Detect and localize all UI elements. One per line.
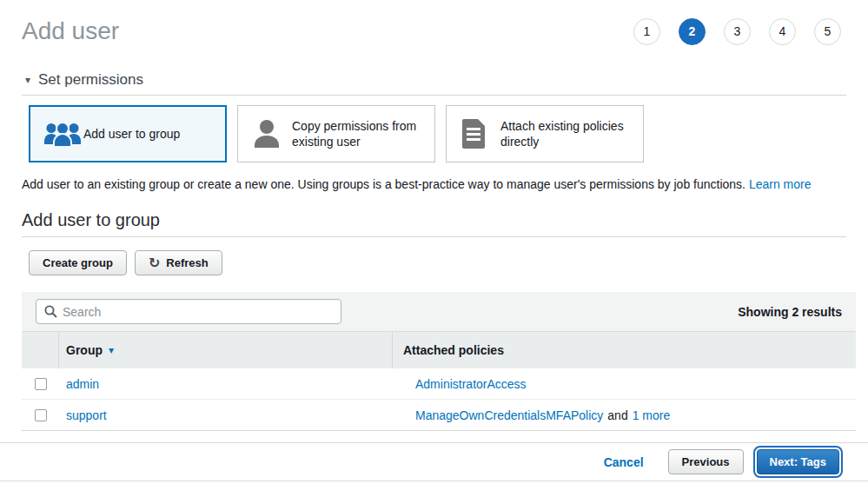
table-header-row: Group ▾ Attached policies	[22, 331, 856, 368]
learn-more-link[interactable]: Learn more	[749, 177, 812, 191]
groups-table: Showing 2 results Group ▾ Attached polic…	[22, 292, 856, 431]
policy-document-icon	[461, 119, 500, 149]
permission-option-cards: Add user to group Copy permissions from …	[29, 105, 846, 162]
step-3: 3	[724, 18, 751, 45]
card-add-user-to-group[interactable]: Add user to group	[29, 105, 227, 162]
more-policies-link[interactable]: 1 more	[633, 408, 671, 422]
policies-column-label: Attached policies	[403, 343, 504, 357]
card-label: Attach existing policies directly	[500, 118, 633, 149]
set-permissions-title: Set permissions	[38, 71, 143, 89]
step-2-active[interactable]: 2	[679, 18, 706, 45]
next-tags-button[interactable]: Next: Tags	[757, 449, 840, 474]
column-header-policies: Attached policies	[393, 332, 856, 368]
table-row: admin AdministratorAccess	[22, 368, 856, 400]
card-copy-permissions[interactable]: Copy permissions from existing user	[237, 105, 435, 162]
user-icon	[252, 119, 292, 149]
results-count: Showing 2 results	[738, 305, 842, 319]
divider	[22, 236, 846, 237]
previous-button[interactable]: Previous	[668, 449, 744, 474]
create-group-button[interactable]: Create group	[29, 250, 127, 275]
refresh-label: Refresh	[166, 256, 208, 269]
step-4: 4	[769, 18, 796, 45]
policies-cell: ManageOwnCredentialsMFAPolicy and 1 more	[393, 400, 856, 430]
table-row: support ManageOwnCredentialsMFAPolicy an…	[22, 400, 856, 431]
row-checkbox[interactable]	[35, 378, 47, 390]
group-cell: admin	[59, 368, 393, 399]
group-column-label: Group	[66, 343, 103, 357]
previous-label: Previous	[682, 455, 730, 468]
card-label: Add user to group	[83, 126, 180, 142]
column-header-group[interactable]: Group ▾	[59, 332, 393, 368]
create-group-label: Create group	[43, 256, 113, 269]
wizard-footer: Cancel Previous Next: Tags	[0, 442, 868, 481]
group-link[interactable]: admin	[66, 377, 99, 391]
row-checkbox[interactable]	[35, 409, 47, 421]
checkbox-cell	[22, 368, 59, 399]
card-label: Copy permissions from existing user	[292, 118, 424, 149]
card-attach-policies[interactable]: Attach existing policies directly	[446, 105, 644, 162]
refresh-icon: ↻	[149, 256, 160, 270]
step-1[interactable]: 1	[633, 18, 660, 45]
checkbox-cell	[22, 400, 59, 430]
search-input[interactable]	[63, 305, 333, 319]
refresh-button[interactable]: ↻ Refresh	[135, 250, 222, 275]
chevron-down-icon: ▾	[25, 75, 30, 85]
cancel-button[interactable]: Cancel	[604, 455, 644, 469]
group-section-title: Add user to group	[22, 210, 846, 230]
description-text: Add user to an existing group or create …	[22, 177, 749, 191]
wizard-steps: 1 2 3 4 5	[633, 18, 846, 45]
table-search-row: Showing 2 results	[22, 292, 856, 331]
sort-desc-icon: ▾	[109, 344, 114, 356]
page-title: Add user	[22, 17, 119, 45]
select-all-cell	[22, 332, 59, 368]
page-header: Add user 1 2 3 4 5	[22, 0, 846, 45]
and-text: and	[607, 408, 627, 422]
group-cell: support	[59, 400, 393, 430]
search-box[interactable]	[36, 299, 341, 324]
group-link[interactable]: support	[66, 408, 107, 422]
section-description: Add user to an existing group or create …	[22, 177, 846, 191]
policy-link[interactable]: ManageOwnCredentialsMFAPolicy	[415, 408, 603, 422]
policies-cell: AdministratorAccess	[393, 368, 856, 399]
next-tags-label: Next: Tags	[770, 455, 827, 468]
set-permissions-toggle[interactable]: ▾ Set permissions	[22, 71, 846, 89]
divider	[22, 95, 846, 96]
add-user-wizard-page: Add user 1 2 3 4 5 ▾ Set permissions	[0, 0, 868, 431]
search-icon	[44, 305, 57, 318]
step-5: 5	[814, 18, 841, 45]
policy-link[interactable]: AdministratorAccess	[415, 377, 527, 391]
group-toolbar: Create group ↻ Refresh	[29, 250, 846, 275]
group-icon	[43, 121, 83, 148]
